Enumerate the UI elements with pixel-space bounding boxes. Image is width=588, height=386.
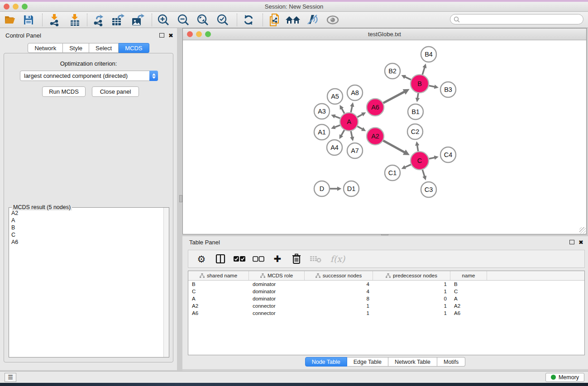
tab-network-table[interactable]: Network Table xyxy=(388,357,437,367)
import-table-icon[interactable] xyxy=(66,13,83,27)
graph-edge-B-B4[interactable] xyxy=(422,67,425,75)
graph-edge-B-B2[interactable] xyxy=(405,77,411,80)
graph-node-label: B3 xyxy=(444,86,452,93)
open-session-icon[interactable] xyxy=(2,13,19,27)
zoom-in-icon[interactable] xyxy=(155,13,172,27)
tab-network[interactable]: Network xyxy=(28,43,63,53)
column-header-name[interactable]: name xyxy=(450,271,487,280)
graph-edge-A-A3[interactable] xyxy=(335,116,340,119)
show-hide-view-icon[interactable] xyxy=(324,13,341,27)
column-header-successor-nodes[interactable]: successor nodes xyxy=(305,271,373,280)
graph-edge-A-A6[interactable] xyxy=(357,114,362,117)
tab-mcds[interactable]: MCDS xyxy=(119,43,149,53)
export-network-icon[interactable] xyxy=(90,13,107,27)
delete-columns-icon[interactable] xyxy=(291,253,302,265)
result-item[interactable]: A xyxy=(11,217,163,224)
table-cell-mcds-role: connector xyxy=(249,310,305,316)
search-input[interactable] xyxy=(462,15,583,24)
graph-edge-A-A1[interactable] xyxy=(335,125,340,128)
home-icon[interactable] xyxy=(284,13,301,27)
graph-node-label: D xyxy=(320,185,324,192)
refresh-icon[interactable] xyxy=(240,13,257,27)
result-scrollbar[interactable] xyxy=(163,208,169,357)
table-row[interactable]: A6connector11A6 xyxy=(188,310,584,317)
graph-node-label: B1 xyxy=(411,108,420,115)
create-column-icon[interactable]: ✚ xyxy=(272,253,283,265)
table-row[interactable]: Cdominator41C xyxy=(188,288,584,295)
tab-style[interactable]: Style xyxy=(63,43,89,53)
graph-node-label: C2 xyxy=(411,128,420,135)
table-row[interactable]: A2connector11A2 xyxy=(188,302,584,310)
mcds-result-list[interactable]: A2ABCA6 xyxy=(10,210,163,357)
graph-edge-A-A2[interactable] xyxy=(357,126,362,129)
import-network-icon[interactable] xyxy=(46,13,63,27)
tab-motifs[interactable]: Motifs xyxy=(437,357,465,367)
graph-edge-A-A4[interactable] xyxy=(341,130,344,135)
graph-edge-A2-C[interactable] xyxy=(383,141,405,152)
export-image-icon[interactable] xyxy=(129,13,147,27)
graph-edge-C-C1[interactable] xyxy=(405,165,411,167)
close-table-panel-icon[interactable]: ✖ xyxy=(578,239,583,245)
window-resize-grip[interactable] xyxy=(579,227,586,234)
export-table-icon[interactable] xyxy=(110,13,127,27)
table-row[interactable]: Bdominator41B xyxy=(188,281,584,288)
graph-edge-A-A8[interactable] xyxy=(351,106,352,113)
table-settings-icon[interactable]: ⚙ xyxy=(196,253,207,265)
result-item[interactable]: B xyxy=(11,224,163,231)
graph-edge-C-C4[interactable] xyxy=(429,157,435,159)
graph-node-label: A2 xyxy=(371,133,379,140)
table-cell-name: A xyxy=(450,296,487,301)
table-cell-shared-name: A6 xyxy=(188,310,249,316)
toolbar-separator xyxy=(87,14,87,26)
result-item[interactable]: A2 xyxy=(11,210,163,217)
table-row[interactable]: Adominator80A xyxy=(188,295,584,302)
float-panel-icon[interactable] xyxy=(159,33,164,38)
select-all-icon[interactable] xyxy=(234,253,245,265)
graph-node-label: A5 xyxy=(331,93,339,100)
graph-node-label: A3 xyxy=(318,108,326,115)
deselect-all-icon[interactable] xyxy=(253,253,264,265)
column-header-shared-name[interactable]: shared name xyxy=(188,271,249,280)
graph-node-label: C xyxy=(417,157,422,164)
hide-graphics-details-icon[interactable] xyxy=(304,13,321,27)
run-mcds-button[interactable]: Run MCDS xyxy=(42,86,86,97)
tab-edge-table[interactable]: Edge Table xyxy=(347,357,388,367)
network-snapshot-icon[interactable] xyxy=(266,13,283,27)
task-history-button[interactable]: ☰ xyxy=(5,373,16,382)
table-cell-mcds-role: connector xyxy=(249,303,305,309)
close-panel-button[interactable]: Close panel xyxy=(92,86,139,97)
result-item[interactable]: A6 xyxy=(11,238,163,246)
delete-table-icon[interactable] xyxy=(310,253,321,265)
column-header-predecessor-nodes[interactable]: predecessor nodes xyxy=(373,271,450,280)
memory-button[interactable]: Memory xyxy=(545,373,584,382)
zoom-selected-icon[interactable] xyxy=(214,13,231,27)
graph-edge-B-B1[interactable] xyxy=(417,93,418,98)
search-field[interactable] xyxy=(450,14,583,24)
save-session-icon[interactable] xyxy=(20,13,37,27)
graph-edge-A-A5[interactable] xyxy=(342,109,344,114)
graph-edge-B-B3[interactable] xyxy=(429,86,435,87)
graph-edge-A6-B[interactable] xyxy=(383,92,405,103)
result-item[interactable]: C xyxy=(11,231,163,238)
zoom-fit-icon[interactable] xyxy=(194,13,211,27)
tab-select[interactable]: Select xyxy=(89,43,119,53)
memory-label: Memory xyxy=(559,374,579,381)
network-canvas[interactable]: AA1A2A3A4A5A6A7A8BB1B2B3B4CC1C2C3C4DD1 xyxy=(183,40,586,234)
column-tree-icon xyxy=(200,273,205,278)
table-cell-name: A6 xyxy=(450,310,487,316)
column-header-mcds-role[interactable]: MCDS role xyxy=(249,271,305,280)
show-columns-icon[interactable] xyxy=(215,253,226,265)
column-header-label: successor nodes xyxy=(323,273,362,278)
close-panel-icon[interactable]: ✖ xyxy=(168,33,173,38)
graph-edge-C-C3[interactable] xyxy=(422,170,425,176)
toolbar-separator xyxy=(152,14,152,26)
criterion-dropdown[interactable]: largest connected component (directed) xyxy=(20,71,158,81)
float-table-panel-icon[interactable] xyxy=(569,240,574,244)
vertical-splitter-handle[interactable] xyxy=(179,195,182,202)
zoom-out-icon[interactable] xyxy=(175,13,192,27)
tab-node-table[interactable]: Node Table xyxy=(305,357,347,367)
function-builder-icon[interactable]: f(x) xyxy=(329,253,347,265)
graph-edge-C-C2[interactable] xyxy=(417,145,418,151)
graph-edge-A-A7[interactable] xyxy=(351,131,352,138)
table-cell-name: A2 xyxy=(450,303,487,309)
